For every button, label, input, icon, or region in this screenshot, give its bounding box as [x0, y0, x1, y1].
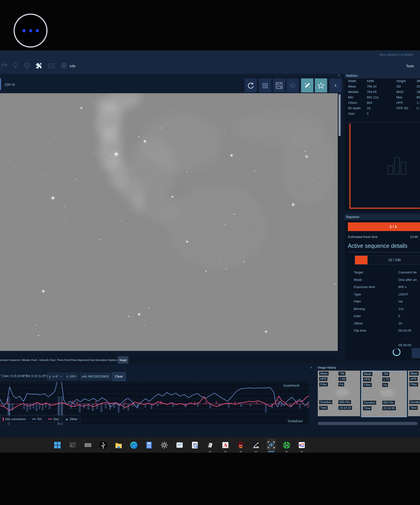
star-detection-button[interactable]	[273, 78, 285, 92]
ascom-icon[interactable]	[297, 440, 306, 450]
stats-cell: HFR	[396, 100, 403, 106]
frame-icon[interactable]	[47, 62, 55, 70]
taskbar-indicator	[224, 451, 226, 452]
file-explorer-icon[interactable]	[114, 440, 123, 450]
stats-row: Bit depth16HFR SD0.1	[345, 106, 420, 111]
device-tool-icon[interactable]	[236, 440, 245, 450]
sequence-row: ModeOne after an	[345, 276, 420, 284]
card-label: Duration	[363, 401, 376, 405]
tab-three-point-polar-alignment[interactable]: Three Point Polar Alignment	[57, 356, 89, 364]
graph-icon[interactable]	[0, 62, 8, 70]
taskbar-indicator	[209, 451, 211, 452]
history-card[interactable]: Mean794HFR1.69FilterHaDuration600.00sTim…	[318, 371, 360, 416]
stats-cell: Bit depth	[348, 106, 361, 111]
wheel-icon[interactable]	[60, 62, 68, 70]
legend-item: Dec corrections	[3, 417, 26, 421]
exposure-progress-fill	[355, 256, 368, 264]
shield-icon[interactable]	[23, 62, 31, 70]
zoom-accent-bar	[0, 78, 1, 90]
sequence-row-label: Mode	[354, 276, 362, 284]
tools-menu[interactable]: Tools	[406, 64, 414, 68]
phd2-icon[interactable]: PHD	[282, 440, 291, 450]
tab-erration-inspector[interactable]: erration Inspector	[0, 356, 20, 364]
edge-icon[interactable]	[129, 440, 138, 450]
card-value: 600.00s	[382, 401, 395, 405]
update-notice[interactable]: New update is available	[379, 53, 420, 57]
info-menu[interactable]: Info	[70, 64, 75, 68]
stats-row: Gain0	[345, 111, 420, 116]
sequence-row-value: Crescent Ne	[398, 269, 417, 276]
sequence-row-value: 09:24:05	[398, 327, 411, 334]
heading-underline	[348, 252, 420, 252]
taskbar-indicator	[240, 451, 242, 452]
settings-icon[interactable]	[160, 440, 169, 450]
recorder-menu-button[interactable]	[14, 14, 48, 48]
sequence-details: TargetCrescent NeModeOne after anExposur…	[345, 269, 420, 349]
history-card[interactable]: MeanHFRFilterDurationTime	[408, 371, 420, 416]
busy-spinner-icon	[392, 347, 402, 357]
calculator-icon[interactable]	[144, 440, 154, 450]
stats-cell: 16	[367, 106, 370, 111]
scrollbar-thumb[interactable]	[318, 422, 418, 425]
clear-button[interactable]: Clear	[112, 372, 126, 381]
history-scrollbar[interactable]	[318, 422, 419, 426]
astap-icon[interactable]: A	[221, 440, 230, 450]
stats-row: Min592 (1x)Max65	[345, 95, 420, 100]
sequence-row-value: LIGHT	[398, 291, 408, 298]
auto-stretch-wand-button[interactable]	[301, 78, 313, 92]
puzzle-icon[interactable]	[35, 62, 43, 70]
taskbar-indicator	[268, 451, 274, 452]
scrollbar-thumb[interactable]	[338, 94, 341, 136]
usb-icon[interactable]	[99, 440, 108, 450]
sequence-row-label: Offset	[354, 320, 363, 327]
cpu-info-icon[interactable]	[190, 440, 200, 450]
chevron-down-icon: ▼	[75, 373, 77, 380]
tab-star-annotation-options[interactable]: Star Annotation Options	[89, 356, 118, 364]
close-icon[interactable]: ×	[310, 366, 312, 369]
progress-label: 1 / 1	[390, 224, 397, 229]
keyboard-icon[interactable]	[83, 440, 93, 450]
refresh-button[interactable]	[245, 78, 257, 92]
unit-select[interactable]: unit: ARCSECONDS▼	[80, 373, 112, 380]
stats-cell: 1.7	[417, 100, 420, 106]
tab-altitude-chart[interactable]: Altitude Chart	[20, 356, 38, 364]
menu-dot-icon	[22, 29, 26, 32]
legend-label: RA	[37, 417, 42, 421]
diffraction-spikes-button[interactable]	[329, 78, 342, 92]
y-scale-select[interactable]: y: +/-4"▼	[47, 373, 64, 380]
stats-cell: #Stars	[348, 100, 357, 106]
crosshair-button[interactable]	[286, 78, 299, 92]
task-manager-icon[interactable]	[175, 440, 184, 450]
planetarium-icon[interactable]	[251, 440, 261, 450]
guide-east-label: GuideEast	[288, 419, 303, 423]
stats-cell: Median	[348, 89, 359, 95]
stats-cell: HFR SD	[396, 106, 408, 111]
start-icon[interactable]	[53, 440, 62, 450]
tab-image[interactable]: Image	[118, 356, 128, 364]
x-scale-select[interactable]: x: 100▼	[65, 373, 78, 380]
history-card[interactable]: Mean794HFR1.70FilterHaDuration600.00sTim…	[361, 371, 407, 417]
image-viewer[interactable]	[0, 93, 338, 351]
guider-dec-stat: Dec: 0.15 (0.58")	[3, 374, 27, 378]
legend-label: Dec	[53, 417, 59, 421]
card-label: Filter	[409, 382, 418, 386]
card-label: Time	[409, 406, 418, 410]
stats-cell: 65	[417, 95, 420, 100]
nina-icon[interactable]	[267, 439, 276, 451]
sequence-button-partial[interactable]	[412, 348, 420, 358]
histogram-spike	[350, 124, 350, 208]
tab-azimuth-chart[interactable]: Azimuth Chart	[38, 356, 57, 364]
sequence-row: -	[345, 334, 420, 342]
bulb-icon[interactable]	[12, 62, 19, 70]
star-annotate-button[interactable]	[315, 78, 327, 92]
svg-text:PHD: PHD	[285, 444, 288, 446]
card-value: Ha	[338, 382, 344, 386]
terminal-icon[interactable]: >_	[68, 440, 77, 450]
viewer-scrollbar[interactable]	[338, 93, 341, 351]
stats-row: #Stars864HFR1.7	[345, 100, 420, 106]
sequence-row-value: 1x1	[398, 305, 404, 313]
model-viewer-icon[interactable]	[205, 440, 215, 450]
grid-button[interactable]	[259, 78, 271, 92]
close-icon[interactable]: ×	[338, 74, 340, 77]
histogram-baseline	[350, 208, 420, 209]
